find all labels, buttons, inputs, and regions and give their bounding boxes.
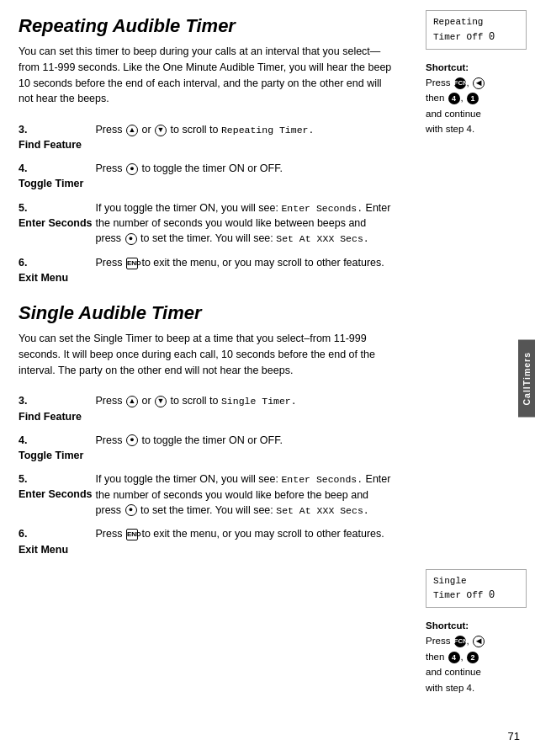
calltimers-tab: CallTimers	[518, 340, 535, 418]
step4-num: 4. Toggle Timer	[19, 157, 96, 196]
page-number: 71	[508, 730, 520, 743]
table-row: 5. Enter Seconds If you toggle the timer…	[19, 468, 397, 523]
end-icon2: END	[126, 529, 138, 540]
section2-steps: 3. Find Feature Press ▲ or ▼ to scroll t…	[19, 390, 397, 562]
nav-icon2: ◀	[473, 636, 485, 647]
shortcut2-continue2: with step 4.	[426, 683, 474, 693]
s2-step3-num: 3. Find Feature	[19, 390, 96, 429]
num4-icon: 4	[448, 93, 460, 104]
num2-icon: 2	[467, 652, 479, 663]
s2-step6-content: Press END to exit the menu, or you may s…	[96, 523, 397, 562]
nav-icon: ◀	[473, 77, 485, 89]
shortcut2-press: Press	[426, 636, 453, 646]
step4-content: Press ● to toggle the timer ON or OFF.	[96, 157, 397, 196]
section1-shortcut: Shortcut: Press FCN, ◀ then 4, 1 and con…	[426, 60, 527, 137]
section2-title: Single Audible Timer	[19, 302, 397, 324]
select-icon4: ●	[125, 504, 137, 516]
shortcut1-continue1: and continue	[426, 109, 481, 119]
down-arrow-icon2: ▼	[155, 396, 167, 407]
s2-step5-content: If you toggle the timer ON, you will see…	[96, 468, 397, 523]
table-row: 6. Exit Menu Press END to exit the menu,…	[19, 252, 397, 290]
main-content: Repeating Audible Timer You can set this…	[0, 0, 412, 756]
table-row: 3. Find Feature Press ▲ or ▼ to scroll t…	[19, 390, 397, 429]
section1-intro: You can set this timer to beep during yo…	[19, 44, 397, 107]
step3-content: Press ▲ or ▼ to scroll to Repeating Time…	[96, 119, 397, 157]
shortcut2-then: then	[426, 652, 448, 662]
shortcut1-then: then	[426, 93, 448, 103]
sidebar: RepeatingTimer Off 0 Shortcut: Press FCN…	[412, 0, 535, 756]
s2-step5-num: 5. Enter Seconds	[19, 468, 96, 523]
step6-num: 6. Exit Menu	[19, 252, 96, 290]
shortcut1-continue2: with step 4.	[426, 124, 474, 134]
table-row: 4. Toggle Timer Press ● to toggle the ti…	[19, 157, 397, 196]
num1-icon: 1	[467, 93, 479, 104]
section1-sidebar-box: RepeatingTimer Off 0	[426, 10, 527, 50]
shortcut1-label: Shortcut:	[426, 62, 469, 72]
s2-step4-content: Press ● to toggle the timer ON or OFF.	[96, 429, 397, 468]
step5-num: 5. Enter Seconds	[19, 197, 96, 252]
down-arrow-icon: ▼	[155, 125, 167, 136]
step5-content: If you toggle the timer ON, you will see…	[96, 197, 397, 252]
table-row: 6. Exit Menu Press END to exit the menu,…	[19, 523, 397, 562]
num4-icon2: 4	[448, 652, 460, 663]
section2-shortcut: Shortcut: Press FCN, ◀ then 4, 2 and con…	[426, 618, 527, 695]
table-row: 4. Toggle Timer Press ● to toggle the ti…	[19, 429, 397, 468]
select-icon: ●	[126, 163, 138, 175]
select-icon3: ●	[126, 434, 138, 446]
section2-intro: You can set the Single Timer to beep at …	[19, 331, 397, 378]
fcn-icon2: FCN	[454, 636, 466, 647]
shortcut2-continue1: and continue	[426, 667, 481, 677]
shortcut1-press: Press	[426, 77, 453, 88]
fcn-icon: FCN	[454, 77, 466, 89]
end-icon: END	[126, 258, 138, 269]
section1-steps: 3. Find Feature Press ▲ or ▼ to scroll t…	[19, 119, 397, 290]
s2-step3-content: Press ▲ or ▼ to scroll to Single Timer.	[96, 390, 397, 429]
step6-content: Press END to exit the menu, or you may s…	[96, 252, 397, 290]
select-icon2: ●	[125, 233, 137, 245]
section1-title: Repeating Audible Timer	[19, 15, 397, 37]
table-row: 5. Enter Seconds If you toggle the timer…	[19, 197, 397, 252]
shortcut2-label: Shortcut:	[426, 620, 469, 631]
up-arrow-icon: ▲	[126, 125, 138, 136]
s2-step4-num: 4. Toggle Timer	[19, 429, 96, 468]
page: Repeating Audible Timer You can set this…	[0, 0, 535, 756]
step3-num: 3. Find Feature	[19, 119, 96, 157]
section2-sidebar-box: SingleTimer Off 0	[426, 569, 527, 609]
table-row: 3. Find Feature Press ▲ or ▼ to scroll t…	[19, 119, 397, 157]
s2-step6-num: 6. Exit Menu	[19, 523, 96, 562]
up-arrow-icon2: ▲	[126, 396, 138, 407]
